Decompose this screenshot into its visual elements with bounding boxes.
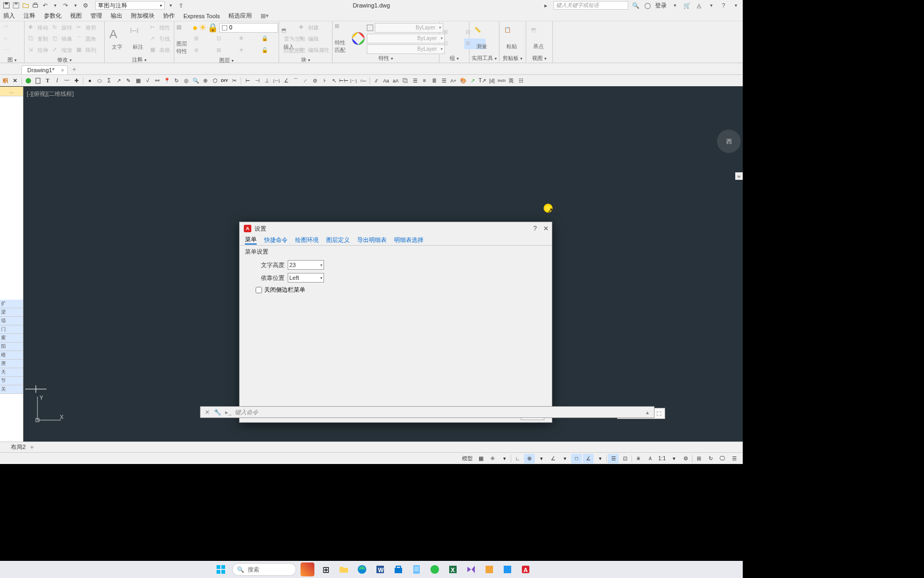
close-tab-icon[interactable]: × (61, 67, 64, 73)
tool-sqrt-icon[interactable]: √ (143, 77, 152, 85)
dlg-tab-shortcut[interactable]: 快捷命令 (264, 236, 288, 244)
tool-sigma-icon[interactable]: Σ (105, 77, 113, 85)
qat-more-icon[interactable]: ▾ (166, 1, 175, 10)
tool-d-icon[interactable]: [d] (488, 77, 496, 85)
gear-icon[interactable]: ⚙ (81, 1, 90, 10)
tool-link-icon[interactable]: ⚯ (153, 77, 161, 85)
btn-layerprops[interactable]: ▤图层特性 (176, 24, 191, 55)
tool-zoom-icon[interactable]: 🔍 (191, 77, 200, 85)
btn-measure[interactable]: 📏测量 (472, 27, 492, 50)
btn-copy[interactable]: ⿻复制 (27, 34, 50, 44)
tool-scissors-icon[interactable]: ✂ (230, 77, 238, 85)
draw-more[interactable]: ⋯ (2, 45, 24, 56)
btn-base[interactable]: ⬒基点 (528, 27, 549, 50)
panel-utils-label[interactable]: 实用工具 (472, 54, 497, 63)
btn-text[interactable]: A文字 (107, 27, 127, 51)
menu-extra-icon[interactable]: ▦▾ (260, 12, 269, 19)
layer-uniso[interactable]: ⊞ (215, 45, 236, 56)
tool-arc-icon[interactable]: ⌒ (291, 77, 300, 85)
layer-iso[interactable]: ⊡ (215, 34, 236, 44)
tool-align-c-icon[interactable]: ≣ (430, 77, 438, 85)
tool-aa2-icon[interactable]: aA (391, 77, 400, 85)
model-canvas[interactable]: [-][俯视][二维线框] 西 w YX A 设置 ? ✕ 菜单 (24, 87, 743, 442)
dlg-tab-layerdef[interactable]: 图层定义 (326, 236, 350, 244)
tool-grid-icon[interactable]: ▦ (134, 77, 142, 85)
group-2[interactable]: ⊡ (442, 39, 463, 49)
sb-dd5-icon[interactable]: ▾ (668, 454, 679, 463)
viewport-label[interactable]: [-][俯视][二维线框] (27, 90, 74, 98)
palette-item[interactable]: 墙 (0, 317, 23, 325)
tb-app3-icon[interactable] (500, 562, 514, 576)
cmd-close-icon[interactable]: ✕ (203, 408, 211, 416)
palette-item[interactable]: 阳 (0, 343, 23, 351)
tool-copy-icon[interactable]: ⿻ (401, 77, 410, 85)
search-icon[interactable]: 🔍 (632, 1, 640, 10)
undo-icon[interactable]: ↶ (41, 1, 49, 10)
tool-eng-icon[interactable]: 英 (507, 77, 515, 85)
tool-clr-icon[interactable]: 🎨 (459, 77, 467, 85)
redo-dropdown-icon[interactable]: ▾ (71, 1, 80, 10)
btn-dim[interactable]: |—|标注 (128, 27, 148, 51)
tool-hex-icon[interactable]: ⬡ (211, 77, 219, 85)
btn-colorwheel[interactable] (351, 31, 366, 46)
tool-rot-icon[interactable]: ↻ (172, 77, 181, 85)
share-icon[interactable]: ⇪ (176, 1, 185, 10)
menu-output[interactable]: 输出 (111, 12, 122, 20)
menu-express[interactable]: Express Tools (183, 13, 220, 19)
autodesk-icon[interactable]: ◬ (695, 1, 703, 10)
palette-item[interactable]: 扩 (0, 300, 23, 308)
new-tab-button[interactable]: + (69, 65, 80, 74)
redo-icon[interactable]: ↷ (61, 1, 70, 10)
palette-item[interactable]: 屋 (0, 360, 23, 368)
sb-grid-icon[interactable]: ▦ (475, 454, 486, 463)
cmd-wrench-icon[interactable]: 🔧 (213, 408, 222, 416)
btn-linear[interactable]: ⊢线性 (149, 22, 172, 33)
tool-align-r-icon[interactable]: ☰ (440, 77, 448, 85)
undo-dropdown-icon[interactable]: ▾ (50, 1, 60, 10)
viewcube[interactable]: 西 (717, 130, 741, 153)
tb-edge-icon[interactable] (355, 562, 369, 576)
palette-item[interactable]: 门 (0, 325, 23, 334)
sb-tpy-icon[interactable]: ⊡ (620, 454, 630, 463)
btn-create[interactable]: ✚创建 (297, 22, 331, 33)
layer-combo[interactable]: 0 (219, 23, 278, 33)
tool-area-icon[interactable]: 积 (1, 77, 10, 85)
tool-oblique-icon[interactable]: ⫽ (372, 77, 381, 85)
tool-last-icon[interactable]: ☷ (517, 77, 525, 85)
sb-iso-icon[interactable]: ∠ (548, 454, 558, 463)
cmd-up-icon[interactable]: ▴ (643, 408, 652, 416)
combo-text-height[interactable]: 23 (288, 260, 324, 270)
panel-group-label[interactable]: 组 (442, 54, 467, 63)
sb-monitor-icon[interactable]: 🖵 (717, 454, 728, 463)
tb-wechat-icon[interactable] (428, 562, 442, 576)
tb-excel-icon[interactable]: X (446, 562, 460, 576)
tool-diy-icon[interactable]: DIY (220, 77, 229, 85)
sb-otrack-icon[interactable]: ∠ (583, 454, 594, 463)
tool-aplus-icon[interactable]: A+ (449, 77, 458, 85)
palette-item[interactable]: 关 (0, 385, 23, 394)
workspace-selector[interactable]: 草图与注释▾ (95, 1, 165, 10)
sb-lwt-icon[interactable]: ☰ (608, 454, 619, 463)
open-icon[interactable] (21, 1, 30, 10)
tool-o-icon[interactable]: ○– (359, 77, 367, 85)
tool-circle-green-icon[interactable] (24, 77, 33, 85)
menu-featured[interactable]: 精选应用 (228, 12, 252, 20)
btn-editattr[interactable]: ⚙编辑属性 (297, 45, 331, 56)
tool-dot-icon[interactable]: ● (86, 77, 94, 85)
sb-ortho-icon[interactable]: ∟ (512, 454, 523, 463)
tb-taskview-icon[interactable]: ⊞ (319, 562, 333, 576)
tb-notepad-icon[interactable] (410, 562, 424, 576)
btn-array[interactable]: ▦阵列 (75, 45, 98, 56)
palette-item[interactable]: 窗 (0, 334, 23, 343)
wcs-badge[interactable]: w (735, 172, 743, 180)
tool-wave-icon[interactable]: 〰 (63, 77, 71, 85)
btn-scale[interactable]: ⤢缩放 (51, 45, 74, 56)
sb-anno-icon[interactable]: ⛯ (633, 454, 644, 463)
linetype-combo[interactable]: ByLayer (367, 44, 445, 54)
tool-inch-icon[interactable]: inch (497, 77, 506, 85)
sb-menu-icon[interactable]: ☰ (729, 454, 740, 463)
menu-view[interactable]: 视图 (70, 12, 82, 20)
palette-item[interactable]: 节 (0, 377, 23, 385)
sb-sw-icon[interactable]: ⊞ (694, 454, 704, 463)
app-dropdown-icon[interactable]: ▾ (706, 1, 716, 10)
